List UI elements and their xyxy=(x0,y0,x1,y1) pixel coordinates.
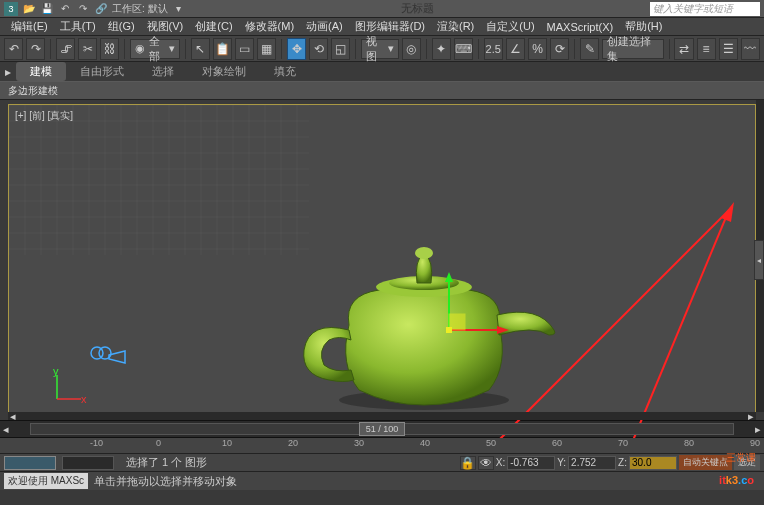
angle-snap-button[interactable]: ∠ xyxy=(506,38,525,60)
ref-coord-combo[interactable]: 视图▾ xyxy=(361,39,398,59)
selection-filter-combo[interactable]: ◉全部▾ xyxy=(130,39,179,59)
viewport-label[interactable]: [+] [前] [真实] xyxy=(15,109,73,123)
coord-y-input[interactable] xyxy=(568,456,616,470)
link-button[interactable]: 🖇 xyxy=(56,38,75,60)
undo-icon[interactable]: ↶ xyxy=(58,2,72,16)
ribbon-tab-selection[interactable]: 选择 xyxy=(138,62,188,81)
pivot-button[interactable]: ◎ xyxy=(402,38,421,60)
ribbon-tab-freeform[interactable]: 自由形式 xyxy=(66,62,138,81)
ruler-tick: 10 xyxy=(222,438,232,448)
ribbon-tab-populate[interactable]: 填充 xyxy=(260,62,310,81)
teapot-object[interactable] xyxy=(289,235,559,415)
menu-tools[interactable]: 工具(T) xyxy=(55,18,101,35)
keyboard-shortcut-button[interactable]: ⌨ xyxy=(454,38,473,60)
coord-x-label: X: xyxy=(496,457,505,468)
scale-button[interactable]: ◱ xyxy=(331,38,350,60)
coord-z: Z: xyxy=(618,456,677,470)
hint-bar: 欢迎使用 MAXSc 单击并拖动以选择并移动对象 xyxy=(0,472,764,490)
menu-views[interactable]: 视图(V) xyxy=(142,18,189,35)
layer-button[interactable]: ☰ xyxy=(719,38,738,60)
isolate-icon[interactable]: 👁 xyxy=(478,456,494,470)
mirror-button[interactable]: ⇄ xyxy=(674,38,693,60)
ribbon: ▸ 建模 自由形式 选择 对象绘制 填充 xyxy=(0,62,764,82)
viewport-front[interactable]: [+] [前] [真实] xyxy=(8,104,756,416)
sub-ribbon: 多边形建模 xyxy=(0,82,764,100)
menu-group[interactable]: 组(G) xyxy=(103,18,140,35)
named-sets-edit-button[interactable]: ✎ xyxy=(580,38,599,60)
ruler-tick: 80 xyxy=(684,438,694,448)
auto-key-button[interactable]: 自动关键点 xyxy=(679,455,732,470)
menu-graph-editors[interactable]: 图形编辑器(D) xyxy=(350,18,430,35)
scroll-right-icon[interactable]: ▸ xyxy=(746,410,756,423)
named-sets-combo[interactable]: 创建选择集 xyxy=(602,39,663,59)
ribbon-tab-modeling[interactable]: 建模 xyxy=(16,62,66,81)
timeline-track[interactable]: 51 / 100 xyxy=(30,423,734,435)
ruler-tick: 70 xyxy=(618,438,628,448)
scroll-left-icon[interactable]: ◂ xyxy=(8,410,18,423)
coord-x: X: xyxy=(496,456,555,470)
redo-icon[interactable]: ↷ xyxy=(76,2,90,16)
time-ruler[interactable]: -100102030405060708090 xyxy=(0,438,764,454)
menu-animation[interactable]: 动画(A) xyxy=(301,18,348,35)
viewport-scrollbar-horizontal[interactable]: ◂ ▸ xyxy=(8,412,756,420)
svg-text:x: x xyxy=(81,393,87,405)
ruler-tick: 30 xyxy=(354,438,364,448)
titlebar: 3 📂 💾 ↶ ↷ 🔗 工作区: 默认 ▾ 无标题 键入关键字或短语 xyxy=(0,0,764,18)
menu-modifiers[interactable]: 修改器(M) xyxy=(240,18,300,35)
timeline-next-icon[interactable]: ▸ xyxy=(752,423,764,436)
timeline-prev-icon[interactable]: ◂ xyxy=(0,423,12,436)
coord-y: Y: xyxy=(557,456,616,470)
command-panel-toggle[interactable]: ◂ xyxy=(754,240,764,280)
undo-button[interactable]: ↶ xyxy=(4,38,23,60)
unlink-button[interactable]: ✂ xyxy=(78,38,97,60)
ribbon-expand-icon[interactable]: ▸ xyxy=(0,64,16,80)
menu-help[interactable]: 帮助(H) xyxy=(620,18,667,35)
window-crossing-button[interactable]: ▦ xyxy=(257,38,276,60)
ruler-tick: 50 xyxy=(486,438,496,448)
save-icon[interactable]: 💾 xyxy=(40,2,54,16)
menu-customize[interactable]: 自定义(U) xyxy=(481,18,539,35)
app-logo[interactable]: 3 xyxy=(4,2,18,16)
time-slider[interactable]: ◂ 51 / 100 ▸ xyxy=(0,420,764,438)
coord-z-input[interactable] xyxy=(629,456,677,470)
snap-toggle-button[interactable]: 2.5 xyxy=(484,38,503,60)
coord-x-input[interactable] xyxy=(507,456,555,470)
spinner-snap-button[interactable]: ⟳ xyxy=(550,38,569,60)
rotate-button[interactable]: ⟲ xyxy=(309,38,328,60)
menu-maxscript[interactable]: MAXScript(X) xyxy=(542,20,619,34)
ruler-tick: 60 xyxy=(552,438,562,448)
sub-ribbon-label: 多边形建模 xyxy=(8,84,58,98)
select-button[interactable]: ↖ xyxy=(191,38,210,60)
camera-icon[interactable] xyxy=(89,345,129,369)
select-name-button[interactable]: 📋 xyxy=(213,38,232,60)
link-icon[interactable]: 🔗 xyxy=(94,2,108,16)
world-axes-icon: y x xyxy=(49,367,89,407)
thumbnail-2[interactable] xyxy=(62,456,114,470)
selection-status: 选择了 1 个 图形 xyxy=(126,455,207,470)
percent-snap-button[interactable]: % xyxy=(528,38,547,60)
menu-rendering[interactable]: 渲染(R) xyxy=(432,18,479,35)
coord-z-label: Z: xyxy=(618,457,627,468)
curve-editor-button[interactable]: 〰 xyxy=(741,38,760,60)
timeline-handle[interactable]: 51 / 100 xyxy=(359,422,405,436)
ribbon-tab-object-paint[interactable]: 对象绘制 xyxy=(188,62,260,81)
transform-type-in: 🔒 👁 X: Y: Z: 自动关键点 选定 xyxy=(460,455,760,470)
select-region-button[interactable]: ▭ xyxy=(235,38,254,60)
help-search-input[interactable]: 键入关键字或短语 xyxy=(650,2,760,16)
menu-edit[interactable]: 编辑(E) xyxy=(6,18,53,35)
align-button[interactable]: ≡ xyxy=(697,38,716,60)
open-icon[interactable]: 📂 xyxy=(22,2,36,16)
redo-button[interactable]: ↷ xyxy=(26,38,45,60)
bind-button[interactable]: ⛓ xyxy=(100,38,119,60)
workspace-label[interactable]: 工作区: 默认 xyxy=(112,2,168,16)
ruler-tick: 0 xyxy=(156,438,161,448)
select-manipulate-button[interactable]: ✦ xyxy=(432,38,451,60)
ruler-tick: 40 xyxy=(420,438,430,448)
workspace-dropdown-icon[interactable]: ▾ xyxy=(172,2,186,16)
move-button[interactable]: ✥ xyxy=(287,38,306,60)
viewport-grid xyxy=(9,105,309,255)
viewport-area[interactable]: [+] [前] [真实] xyxy=(0,100,764,420)
menu-create[interactable]: 创建(C) xyxy=(190,18,237,35)
thumbnail-selected[interactable] xyxy=(4,456,56,470)
lock-selection-icon[interactable]: 🔒 xyxy=(460,456,476,470)
